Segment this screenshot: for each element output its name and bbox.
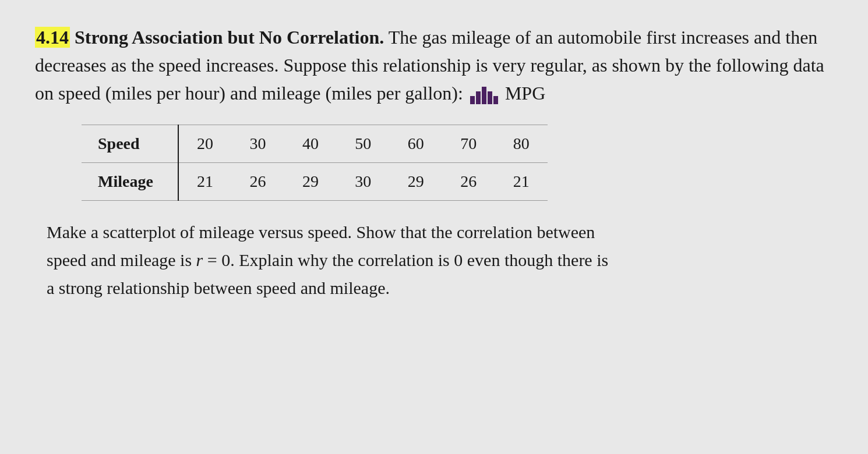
mpg-label: MPG xyxy=(505,83,545,104)
mileage-val-29a: 29 xyxy=(284,163,337,201)
table-row-speed: Speed 20 30 40 50 60 70 80 xyxy=(82,125,548,163)
mileage-label: Mileage xyxy=(82,163,178,201)
mileage-val-30: 30 xyxy=(337,163,389,201)
bar-1 xyxy=(470,96,475,104)
bar-3 xyxy=(482,87,486,104)
speed-val-80: 80 xyxy=(495,125,548,163)
problem-number: 4.14 xyxy=(35,27,70,48)
content-wrapper: 4.14 Strong Association but No Correlati… xyxy=(35,23,833,302)
mileage-val-29b: 29 xyxy=(390,163,442,201)
speed-val-50: 50 xyxy=(337,125,389,163)
math-r: r xyxy=(196,250,203,269)
mileage-val-21a: 21 xyxy=(178,163,232,201)
bar-2 xyxy=(476,91,481,104)
problem-title: Strong Association but No Correlation. xyxy=(75,27,384,48)
speed-val-70: 70 xyxy=(442,125,495,163)
problem-intro: 4.14 Strong Association but No Correlati… xyxy=(35,23,833,107)
mileage-val-26a: 26 xyxy=(231,163,284,201)
table-row-mileage: Mileage 21 26 29 30 29 26 21 xyxy=(82,163,548,201)
conclusion-text: Make a scatterplot of mileage versus spe… xyxy=(35,218,833,302)
bar-4 xyxy=(488,91,492,104)
speed-mileage-table: Speed 20 30 40 50 60 70 80 Mileage 21 26… xyxy=(82,125,548,201)
mileage-val-26b: 26 xyxy=(442,163,495,201)
bar-5 xyxy=(493,96,498,104)
speed-val-60: 60 xyxy=(390,125,442,163)
mpg-bar-chart-icon xyxy=(470,87,498,104)
speed-label: Speed xyxy=(82,125,178,163)
mileage-val-21b: 21 xyxy=(495,163,548,201)
data-table-container: Speed 20 30 40 50 60 70 80 Mileage 21 26… xyxy=(82,125,833,201)
speed-val-20: 20 xyxy=(178,125,232,163)
speed-val-30: 30 xyxy=(231,125,284,163)
speed-val-40: 40 xyxy=(284,125,337,163)
